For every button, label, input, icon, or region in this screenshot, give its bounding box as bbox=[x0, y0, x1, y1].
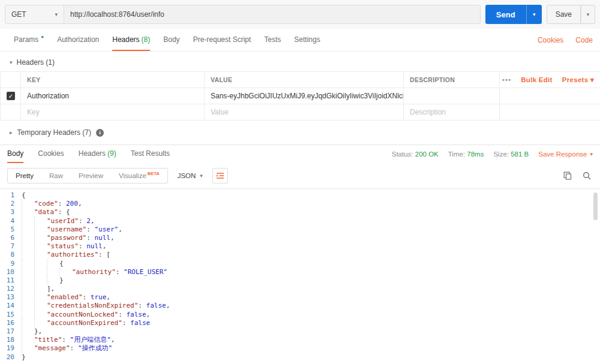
response-tab-test-results[interactable]: Test Results bbox=[131, 145, 170, 163]
send-button[interactable]: Send bbox=[485, 5, 526, 24]
code-line: 7"status": null, bbox=[0, 242, 600, 251]
beautify-button[interactable] bbox=[212, 168, 228, 183]
line-number: 9 bbox=[0, 260, 22, 268]
scrollbar[interactable] bbox=[593, 192, 598, 361]
temporary-headers-label: Temporary Headers (7) bbox=[17, 128, 91, 137]
copy-button[interactable] bbox=[562, 170, 574, 182]
code-line: 6"password": null, bbox=[0, 234, 600, 242]
tab-body[interactable]: Body bbox=[163, 29, 179, 51]
response-body-viewer[interactable]: 1{2"code": 200,3"data": {4"userId": 2,5"… bbox=[0, 188, 600, 363]
response-tab-test-results-label: Test Results bbox=[131, 149, 170, 158]
view-pretty[interactable]: Pretty bbox=[8, 169, 41, 183]
search-button[interactable] bbox=[581, 170, 593, 182]
key-placeholder[interactable]: Key bbox=[21, 104, 205, 121]
table-row-placeholder: Key Value Description bbox=[1, 104, 600, 121]
toolbar-right bbox=[562, 170, 593, 182]
line-number: 14 bbox=[0, 302, 22, 310]
url-input[interactable] bbox=[64, 5, 480, 23]
line-number: 7 bbox=[0, 242, 22, 251]
search-icon bbox=[583, 172, 591, 180]
placeholder-checkbox-cell bbox=[1, 104, 21, 121]
scrollbar-thumb[interactable] bbox=[593, 192, 598, 220]
bulk-edit-link[interactable]: Bulk Edit bbox=[521, 76, 553, 83]
method-select[interactable]: GET ▾ bbox=[5, 5, 64, 23]
line-number: 10 bbox=[0, 268, 22, 276]
size-label: Size: bbox=[493, 151, 509, 158]
code-line: 16"accountNonExpired": false bbox=[0, 319, 600, 327]
header-value-cell[interactable]: Sans-eyJhbGciOiJIUzUxMiJ9.eyJqdGkiOiIyIi… bbox=[205, 88, 404, 104]
chevron-down-icon: ▾ bbox=[200, 173, 203, 179]
size-value: 581 B bbox=[511, 151, 529, 158]
request-bar: GET ▾ Send ▾ Save ▾ bbox=[0, 0, 600, 29]
tab-authorization-label: Authorization bbox=[57, 35, 99, 44]
tab-settings-label: Settings bbox=[294, 35, 320, 44]
response-status-group: Status: 200 OK Time: 78ms Size: 581 B Sa… bbox=[392, 145, 593, 163]
code-lines: 1{2"code": 200,3"data": {4"userId": 2,5"… bbox=[0, 191, 600, 362]
line-number: 4 bbox=[0, 217, 22, 225]
table-row: ✓ Authorization Sans-eyJhbGciOiJIUzUxMiJ… bbox=[1, 88, 600, 104]
code-line: 15"accountNonLocked": false, bbox=[0, 311, 600, 319]
beta-badge: BETA bbox=[148, 171, 160, 176]
more-options-icon[interactable]: ••• bbox=[502, 76, 511, 83]
tab-pre-request-script[interactable]: Pre-request Script bbox=[193, 29, 251, 51]
header-key-cell[interactable]: Authorization bbox=[21, 88, 205, 104]
params-active-dot-icon: ● bbox=[41, 34, 44, 40]
copy-icon bbox=[563, 172, 572, 180]
response-toolbar: Pretty Raw Preview Visualize BETA JSON ▾ bbox=[0, 163, 600, 188]
tab-params[interactable]: Params ● bbox=[14, 29, 44, 51]
description-placeholder[interactable]: Description bbox=[404, 104, 500, 121]
view-raw[interactable]: Raw bbox=[41, 169, 71, 183]
code-line: 3"data": { bbox=[0, 208, 600, 216]
tab-params-label: Params bbox=[14, 35, 38, 44]
view-visualize[interactable]: Visualize BETA bbox=[111, 169, 167, 183]
tab-authorization[interactable]: Authorization bbox=[57, 29, 99, 51]
method-label: GET bbox=[11, 10, 26, 19]
header-description-cell[interactable] bbox=[404, 88, 500, 104]
checkbox-column-header bbox=[1, 72, 21, 88]
row-checkbox-cell: ✓ bbox=[1, 88, 21, 104]
status-pair: Status: 200 OK bbox=[392, 151, 439, 158]
code-line: 5"username": "user", bbox=[0, 225, 600, 234]
url-group: GET ▾ bbox=[5, 5, 481, 24]
language-select[interactable]: JSON ▾ bbox=[175, 172, 205, 179]
line-number: 17 bbox=[0, 327, 22, 336]
value-column-header: VALUE bbox=[205, 72, 404, 88]
save-response-dropdown[interactable]: Save Response ▾ bbox=[538, 151, 593, 158]
view-preview[interactable]: Preview bbox=[71, 169, 111, 183]
presets-label: Presets bbox=[562, 76, 589, 83]
code-line: 2"code": 200, bbox=[0, 200, 600, 208]
tab-headers-count: (8) bbox=[142, 35, 151, 44]
response-tab-cookies-label: Cookies bbox=[38, 149, 64, 158]
code-line: 8"authorities": [ bbox=[0, 251, 600, 259]
response-tab-cookies[interactable]: Cookies bbox=[38, 145, 64, 163]
response-tab-headers[interactable]: Headers (9) bbox=[79, 145, 116, 163]
time-pair: Time: 78ms bbox=[448, 151, 484, 158]
line-number: 1 bbox=[0, 191, 22, 200]
chevron-down-icon: ▾ bbox=[55, 11, 58, 17]
tab-tests[interactable]: Tests bbox=[264, 29, 281, 51]
code-line: 11} bbox=[0, 276, 600, 285]
response-tab-headers-label: Headers bbox=[79, 149, 106, 158]
cookies-link[interactable]: Cookies bbox=[538, 36, 563, 44]
save-label: Save bbox=[556, 10, 572, 19]
headers-section-toggle[interactable]: ▾ Headers (1) bbox=[0, 52, 600, 71]
code-line: 10"authority": "ROLE_USER" bbox=[0, 268, 600, 276]
info-icon[interactable]: i bbox=[96, 129, 104, 137]
value-placeholder[interactable]: Value bbox=[205, 104, 404, 121]
request-tabs: Params ● Authorization Headers (8) Body … bbox=[0, 29, 600, 52]
tab-settings[interactable]: Settings bbox=[294, 29, 320, 51]
row-checkbox[interactable]: ✓ bbox=[7, 92, 15, 100]
line-number: 13 bbox=[0, 293, 22, 302]
save-button[interactable]: Save bbox=[547, 5, 581, 24]
temporary-headers-toggle[interactable]: ▸ Temporary Headers (7) i bbox=[0, 121, 600, 145]
line-number: 20 bbox=[0, 353, 22, 362]
send-dropdown-button[interactable]: ▾ bbox=[526, 5, 542, 24]
code-link[interactable]: Code bbox=[575, 36, 593, 44]
presets-dropdown[interactable]: Presets ▾ bbox=[562, 76, 594, 84]
tab-headers[interactable]: Headers (8) bbox=[112, 29, 150, 51]
code-line: 17}, bbox=[0, 327, 600, 336]
response-section: Body Cookies Headers (9) Test Results St… bbox=[0, 145, 600, 363]
response-tab-body[interactable]: Body bbox=[7, 145, 23, 163]
code-line: 19"message": "操作成功" bbox=[0, 344, 600, 353]
save-dropdown-button[interactable]: ▾ bbox=[581, 5, 595, 24]
